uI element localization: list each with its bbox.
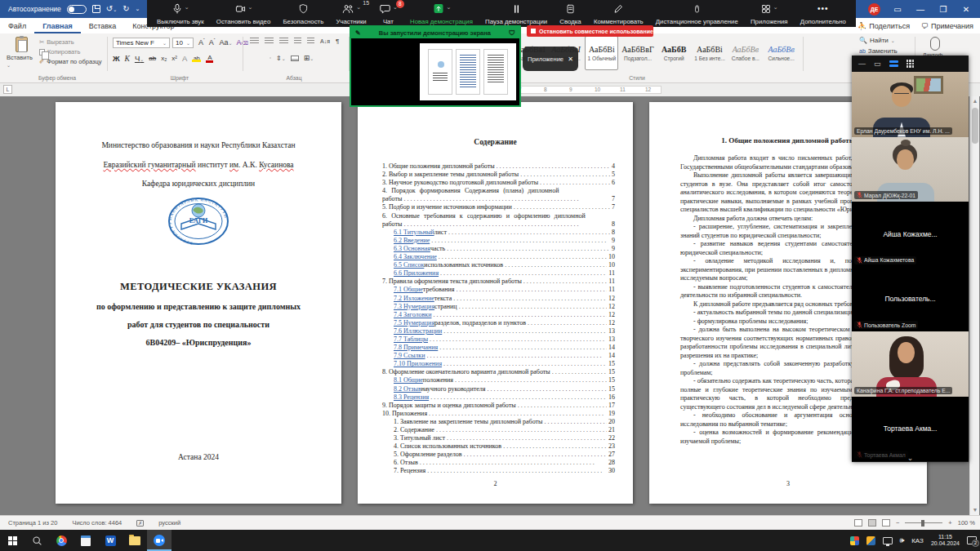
shrink-font-button[interactable]: Аˇ (209, 38, 216, 47)
cut-button[interactable]: ✂Вырезать (39, 38, 102, 46)
video-tile[interactable]: Марал ДЮЖқ-22-01 (852, 137, 969, 202)
toc-entry[interactable]: 4. Список использованных источников 23 (382, 442, 615, 451)
toc-entry[interactable]: 6. Отзыв 28 (382, 459, 615, 467)
volume-icon[interactable]: 🕪 (900, 536, 905, 545)
close-button[interactable]: ✕ (960, 5, 972, 14)
toc-entry[interactable]: 1. Общие положения дипломной работы 4 (382, 162, 615, 171)
network-display-icon[interactable] (883, 537, 893, 544)
toc-entry[interactable]: 9. Порядок защиты и оценка дипломной раб… (382, 402, 615, 410)
chat-button[interactable]: 8⌄ Чат (377, 2, 399, 26)
toc-entry[interactable]: работы 7 (382, 195, 615, 203)
bold-button[interactable]: Ж (113, 54, 120, 63)
toc-entry[interactable]: 6.1 Титульный лист 8 (382, 229, 615, 237)
annotate-mini-icon[interactable]: ✎ (355, 29, 361, 37)
tab-home[interactable]: Главная (34, 18, 81, 33)
style-chip[interactable]: АаБбВвГ Подзагол... (621, 36, 655, 70)
show-marks-button[interactable]: ¶ (336, 38, 339, 45)
subscript-button[interactable]: x₂ (161, 55, 167, 62)
tray-app-icon-1[interactable] (850, 536, 859, 545)
stop-share-button[interactable]: Остановить совместное использование (527, 25, 653, 37)
bullets-button[interactable] (250, 38, 259, 45)
toc-entry[interactable]: 6.3 Основная часть 9 (382, 245, 615, 253)
highlight-button[interactable]: ab (192, 56, 201, 62)
minimize-button[interactable]: — (915, 5, 926, 14)
shading-button[interactable] (291, 56, 299, 61)
taskbar-search-button[interactable] (24, 530, 49, 551)
taskbar-chrome[interactable] (49, 530, 74, 551)
toc-entry[interactable]: работы 8 (382, 220, 615, 229)
undo-icon[interactable]: ↺⌄ (106, 5, 117, 14)
annotate-button[interactable]: Комментировать (592, 2, 645, 26)
pause-share-button[interactable]: Пауза демонстрации (483, 2, 549, 26)
multilevel-list-button[interactable] (279, 38, 288, 45)
justify-button[interactable] (270, 57, 271, 59)
zoom-in-button[interactable]: + (948, 519, 951, 527)
toc-entry[interactable]: 2. Выбор и закрепление темы дипломной ра… (382, 171, 615, 179)
toc-entry[interactable]: 6.5 Список использованных источников 10 (382, 261, 615, 269)
toc-entry[interactable]: 7.2 Изложение текста 12 (382, 295, 615, 303)
toc-entry[interactable]: 7.5 Нумерация разделов, подразделов и пу… (382, 319, 615, 327)
toc-entry[interactable]: 7.6 Иллюстрации 13 (382, 327, 615, 335)
toc-entry[interactable]: 7.3 Нумерация страниц 12 (382, 303, 615, 311)
align-right-button[interactable] (263, 57, 265, 59)
tab-selector[interactable]: L (3, 85, 12, 94)
toc-entry[interactable]: 8.3 Рецензия 16 (382, 393, 615, 402)
autosave-toggle[interactable] (67, 5, 87, 14)
notification-center-icon[interactable]: 2 (967, 536, 977, 544)
share-button[interactable]: ⛹Поделиться (858, 22, 910, 30)
font-color-button[interactable]: А (206, 55, 213, 63)
gallery-view-icon[interactable] (906, 60, 915, 68)
toc-entry[interactable]: 6.6 Приложения 11 (382, 269, 615, 278)
strikethrough-button[interactable]: ab (149, 55, 156, 62)
apps-button[interactable]: ⌄ Приложения (749, 2, 790, 26)
vertical-scrollbar[interactable]: ▲ ▼ (969, 96, 979, 515)
decrease-indent-button[interactable] (294, 38, 301, 45)
toc-entry[interactable]: 2. Содержание 21 (382, 426, 615, 434)
print-layout-icon[interactable] (868, 519, 876, 527)
speaker-view-icon[interactable] (889, 60, 898, 68)
scroll-down-icon[interactable]: ▼ (970, 505, 980, 515)
increase-indent-button[interactable] (307, 38, 314, 45)
toc-entry[interactable]: 7.7 Таблицы 13 (382, 335, 615, 344)
toc-entry[interactable]: 7.10 Приложения 15 (382, 360, 615, 368)
security-button[interactable]: Безопасность (282, 2, 326, 26)
document-page-2[interactable]: Содержание 1. Общие положения дипломной … (358, 102, 633, 504)
new-share-button[interactable]: ⌄ Новая демонстрация (408, 2, 474, 26)
restore-button[interactable]: ❐ (938, 5, 949, 14)
summary-button[interactable]: Сводка (558, 2, 582, 26)
redo-icon[interactable]: ↻ (122, 5, 129, 13)
language-switcher[interactable]: КАЗ (911, 537, 924, 544)
borders-button[interactable]: ⊞⌄ (304, 54, 314, 62)
document-page-1[interactable]: Министерство образования и науки Республ… (56, 102, 341, 504)
more-button[interactable]: ••• Дополнительно (799, 2, 848, 26)
toc-entry[interactable]: 7.8 Примечания 14 (382, 344, 615, 352)
font-size-select[interactable]: 10⌄ (172, 38, 194, 48)
stop-video-button[interactable]: ⌄ Остановить видео (215, 2, 272, 26)
word-count[interactable]: Число слов: 4464 (72, 519, 122, 527)
toc-entry[interactable]: 8.1 Общие положения 15 (382, 376, 615, 384)
language-indicator[interactable]: русский (158, 519, 180, 527)
video-tile[interactable]: Ерлан Даурембеков ЕНУ им. Л.Н. ... (852, 72, 969, 137)
panel-minimize-icon[interactable]: — (858, 60, 866, 68)
toc-entry[interactable]: 7. Правила оформления текста дипломной р… (382, 278, 615, 286)
tab-insert[interactable]: Вставка (81, 18, 124, 33)
text-effects-button[interactable]: А (182, 54, 187, 63)
superscript-button[interactable]: x² (172, 55, 177, 62)
web-layout-icon[interactable] (882, 519, 890, 527)
toc-entry[interactable]: 6.4 Заключение 10 (382, 253, 615, 261)
change-case-button[interactable]: Аа⌄ (219, 38, 232, 47)
paste-button[interactable]: Вставить ⌄ (7, 37, 36, 76)
panel-collapse-chevron-icon[interactable]: ⌄ (852, 455, 969, 462)
account-avatar[interactable]: ДЕ (868, 3, 880, 16)
qat-customize-icon[interactable]: ⌄ (136, 5, 140, 13)
remote-control-button[interactable]: Дистанционное управление (654, 2, 740, 26)
toc-entry[interactable]: 7.1 Общие требования 11 (382, 286, 615, 294)
video-tile[interactable]: Пользователь... Пользователь Zoom (852, 267, 969, 332)
toc-entry[interactable]: 5. Оформление разделов 27 (382, 451, 615, 459)
document-area[interactable]: Министерство образования и науки Республ… (0, 96, 980, 515)
align-left-button[interactable] (250, 57, 252, 59)
toc-entry[interactable]: 3. Научное руководство подготовкой дипло… (382, 179, 615, 187)
participants-button[interactable]: 15⌄ Участники (334, 2, 368, 26)
toc-entry[interactable]: 7.4 Заголовки 12 (382, 311, 615, 319)
read-mode-icon[interactable] (854, 519, 862, 527)
